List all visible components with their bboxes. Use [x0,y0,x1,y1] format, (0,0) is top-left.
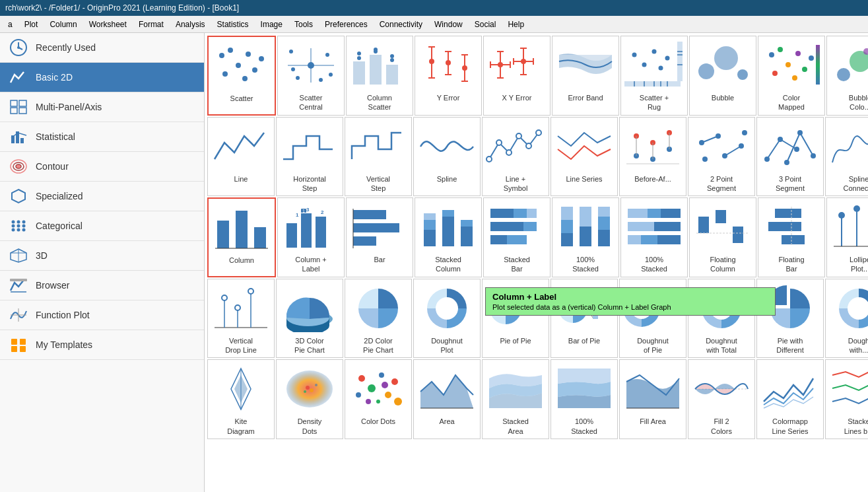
plot-item-stacked-area[interactable]: StackedArea [482,359,549,439]
3d-pie-icon [278,282,341,335]
plot-item-stacked-column[interactable]: StackedColumn [415,197,482,277]
menu-plot[interactable]: Plot [19,18,44,30]
pie-different-icon [758,282,822,335]
plot-item-bubble[interactable]: Bubble [689,36,756,116]
plot-item-before-after[interactable]: Before-Af... [619,117,686,197]
menu-image[interactable]: Image [255,18,288,30]
sidebar-item-3d[interactable]: 3D [0,241,204,271]
svg-point-236 [358,375,365,382]
plot-item-bar[interactable]: Bar [346,197,413,277]
sidebar-item-recently-used[interactable]: Recently Used [0,33,204,63]
plot-item-area[interactable]: Area [413,359,481,439]
plot-item-doughnut-of-pie[interactable]: Doughnutof Pie [619,279,686,359]
plot-item-2-point-segment[interactable]: 2 PointSegment [688,117,755,197]
plot-item-100-stacked-area[interactable]: 100%Stacked [551,359,618,439]
column-scatter-icon [348,39,411,92]
plot-item-color-mapped[interactable]: ColorMapped [758,36,825,116]
menu-social[interactable]: Social [469,18,502,30]
plot-item-density-dots[interactable]: DensityDots [276,359,343,439]
plot-item-scatter[interactable]: Scatter [207,36,276,116]
plot-label-100-stacked: 100%Stacked [572,255,599,274]
svg-point-50 [329,73,333,77]
svg-point-141 [742,130,747,135]
menu-worksheet[interactable]: Worksheet [84,18,132,30]
plot-item-color-dots[interactable]: Color Dots [345,359,412,439]
svg-point-104 [737,69,748,80]
sidebar-item-statistical[interactable]: Statistical [0,122,204,152]
plot-item-stacked-lines[interactable]: StackeLines b... [825,359,868,439]
plot-item-error-band[interactable]: Error Band [552,36,619,116]
plot-item-kite[interactable]: KiteDiagram [207,359,275,439]
plot-item-horizontal-step[interactable]: HorizontalStep [276,117,343,197]
plot-item-lollipop[interactable]: LollipePlot... [826,197,868,277]
svg-point-47 [296,76,300,80]
plot-item-column-label[interactable]: 1 3 1 2 Column +Label [277,197,345,277]
plot-label-stacked-lines: StackeLines b... [844,417,868,436]
plot-item-line-series[interactable]: Line Series [551,117,618,197]
sidebar-item-function-plot[interactable]: Function Plot [0,300,204,330]
plot-item-scatter-rug[interactable]: Scatter +Rug [620,36,688,116]
plot-item-2d-pie[interactable]: 2D ColorPie Chart [345,279,412,359]
plot-item-line-symbol[interactable]: Line +Symbol [482,117,549,197]
plot-item-bubble-color[interactable]: BubbleColo... [826,36,868,116]
dots-icon [8,217,29,235]
plot-item-bar-of-pie[interactable]: Bar of Pie [551,279,618,359]
plot-item-3-point-segment[interactable]: 3 PointSegment [756,117,824,197]
menu-connectivity[interactable]: Connectivity [374,18,428,30]
sidebar-item-my-templates[interactable]: My Templates [0,330,204,360]
svg-line-218 [517,295,527,298]
plot-item-stacked-bar[interactable]: StackedBar [483,197,551,277]
plot-item-vertical-drop[interactable]: VerticalDrop Line [207,279,275,359]
svg-point-93 [665,56,670,61]
line-series-icon [552,120,616,173]
plot-item-3d-pie[interactable]: 3D ColorPie Chart [276,279,343,359]
plot-item-100-stacked[interactable]: 100%Stacked [552,197,619,277]
plot-item-fill-area[interactable]: Fill Area [619,359,686,439]
menu-a[interactable]: a [3,18,18,30]
plot-item-pie-different[interactable]: Pie withDifferent [756,279,824,359]
plot-item-xy-error[interactable]: X Y Error [483,36,551,116]
menu-format[interactable]: Format [133,18,169,30]
sidebar-item-browser[interactable]: Browser [0,271,204,300]
plot-item-scatter-central[interactable]: ScatterCentral [277,36,345,116]
plot-item-fill-2-colors[interactable]: Fill 2Colors [688,359,755,439]
svg-point-232 [306,386,310,390]
sidebar-item-categorical[interactable]: Categorical [0,211,204,241]
sidebar-item-basic-2d[interactable]: Basic 2D [0,63,204,92]
plot-item-column-scatter[interactable]: ColumnScatter [346,36,413,116]
svg-point-233 [310,388,314,392]
plot-item-spline[interactable]: Spline [413,117,481,197]
sidebar-item-specialized[interactable]: Specialized [0,182,204,211]
svg-rect-148 [217,221,229,248]
plot-item-colormapp-line[interactable]: ColormappLine Series [756,359,824,439]
menu-tools[interactable]: Tools [289,18,318,30]
menu-statistics[interactable]: Statistics [212,18,254,30]
plot-item-column[interactable]: Column [207,197,276,277]
menu-analysis[interactable]: Analysis [170,18,211,30]
plot-item-dough-with[interactable]: Doughwith... [825,279,868,359]
plot-item-doughnut-total[interactable]: 100 Doughnutwith Total [688,279,755,359]
svg-line-139 [725,146,741,156]
plot-item-spline-connect[interactable]: SplineConnec... [825,117,868,197]
menu-window[interactable]: Window [429,18,468,30]
plot-item-line[interactable]: Line [207,117,275,197]
plot-item-floating-column[interactable]: FloatingColumn [689,197,756,277]
sidebar-item-multi-panel[interactable]: Multi-Panel/Axis [0,92,204,122]
plot-item-doughnut[interactable]: DoughnutPlot [413,279,481,359]
sidebar-item-contour[interactable]: Contour [0,152,204,182]
plot-item-100-stacked-bar[interactable]: 100%Stacked [620,197,688,277]
svg-point-110 [802,67,807,72]
plot-item-vertical-step[interactable]: VerticalStep [345,117,412,197]
plot-item-y-error[interactable]: Y Error [415,36,482,116]
plot-label-stacked-area: StackedArea [502,417,529,436]
menu-column[interactable]: Column [44,18,82,30]
plot-item-floating-bar[interactable]: FloatingBar [758,197,825,277]
svg-point-20 [22,225,26,228]
svg-point-19 [17,225,20,228]
menu-preferences[interactable]: Preferences [319,18,373,30]
plot-label-floating-column: FloatingColumn [710,255,735,274]
svg-rect-225 [593,304,606,311]
plot-label-bar-of-pie: Bar of Pie [568,336,600,352]
menu-help[interactable]: Help [502,18,529,30]
plot-item-pie-of-pie[interactable]: Pie of Pie [482,279,549,359]
